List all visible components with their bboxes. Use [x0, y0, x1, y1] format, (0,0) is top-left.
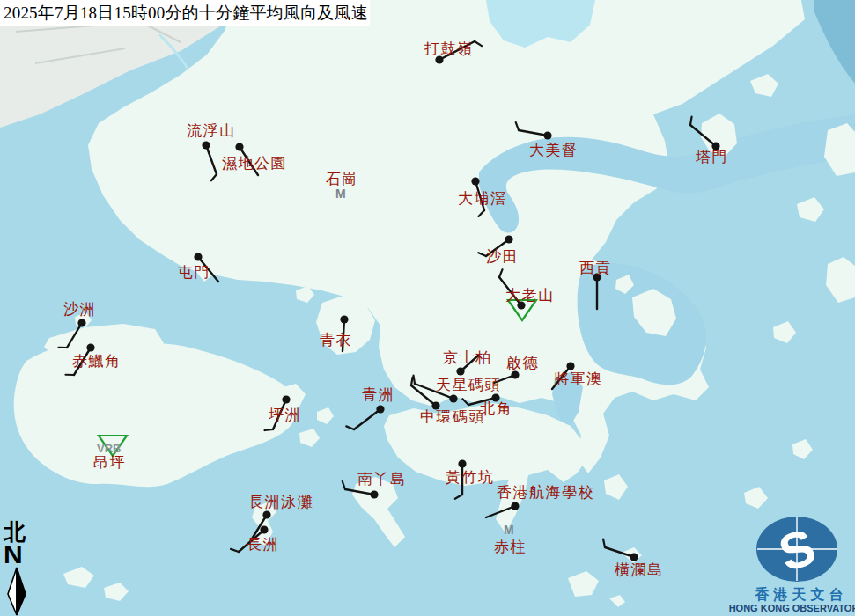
station-label: 西貢 — [579, 259, 612, 276]
wind-barb-tick — [265, 429, 273, 430]
station-label: 坪洲 — [269, 406, 301, 423]
station-dot — [456, 367, 464, 375]
station-label: 塔門 — [695, 148, 728, 165]
station-dot — [262, 510, 270, 518]
hong-kong-map: 打鼓嶺流浮山濕地公園M石崗大美督塔門大埔滘沙田屯門西貢大老山沙洲赤鱲角青衣京士柏… — [0, 0, 855, 616]
station-label: 大美督 — [529, 141, 579, 158]
station-label: 青洲 — [362, 385, 394, 403]
station-dot — [376, 405, 384, 413]
station-dot — [235, 143, 243, 150]
station-label: 中環碼頭 — [420, 407, 485, 425]
wind-map-screen: 打鼓嶺流浮山濕地公園M石崗大美督塔門大埔滘沙田屯門西貢大老山沙洲赤鱲角青衣京士柏… — [0, 0, 855, 616]
hko-logo-name-cn: 香港天文台 — [755, 586, 848, 603]
station-dot — [511, 502, 519, 510]
station-label: 香港航海學校 — [497, 483, 594, 501]
station-dot — [458, 459, 466, 467]
station-label: 流浮山 — [187, 121, 236, 139]
station-label: 橫瀾島 — [615, 561, 664, 578]
station-dot — [86, 343, 94, 351]
station-label: 青衣 — [320, 331, 352, 348]
station-label: 啟德 — [506, 354, 539, 371]
station-label: 昂坪 — [93, 453, 126, 471]
station-dot — [282, 395, 290, 403]
station-label: 打鼓嶺 — [424, 40, 474, 57]
hko-logo-name-en: HONG KONG OBSERVATORY — [729, 603, 855, 613]
maintenance-marker: M — [504, 523, 514, 537]
station-dot — [449, 394, 457, 402]
station-dot — [543, 131, 551, 139]
station-label: 長洲 — [247, 535, 279, 553]
station-dot — [340, 315, 348, 323]
map-title-bar: 2025年7月18日15時00分的十分鐘平均風向及風速 — [0, 0, 370, 26]
station-label: 沙洲 — [63, 300, 96, 318]
wind-barb-tick — [411, 378, 413, 385]
station-dot — [370, 490, 378, 498]
station-label: 赤柱 — [494, 538, 527, 555]
compass-n-label: N — [4, 539, 23, 568]
station-label: 屯門 — [178, 263, 210, 281]
maintenance-marker: M — [335, 187, 346, 201]
station-label: 天星碼頭 — [436, 376, 501, 393]
station-label: 北角 — [480, 400, 512, 417]
station-dot — [202, 141, 210, 149]
station-label: 赤鱲角 — [72, 352, 122, 370]
map-title: 2025年7月18日15時00分的十分鐘平均風向及風速 — [0, 2, 368, 25]
station-dot — [260, 525, 268, 533]
wind-barb-tick — [690, 117, 692, 125]
station-label: 黃竹坑 — [446, 468, 495, 486]
station-label: 大老山 — [505, 286, 555, 304]
station-label: 京士柏 — [443, 348, 492, 366]
wind-barb-tick — [414, 376, 415, 384]
station-dot — [194, 253, 202, 260]
station-label: 長洲泳灘 — [248, 493, 313, 510]
station-label: 濕地公園 — [222, 154, 287, 172]
station-dot — [505, 235, 512, 243]
station-label: 大埔滘 — [458, 189, 507, 207]
station-label: 沙田 — [486, 247, 519, 265]
station-dot — [77, 319, 85, 326]
station-label: 石崗 — [326, 170, 358, 187]
station-label: 南丫島 — [357, 470, 407, 488]
station-dot — [471, 177, 479, 185]
station-dot — [511, 370, 519, 378]
station-label: 將軍澳 — [554, 370, 603, 387]
